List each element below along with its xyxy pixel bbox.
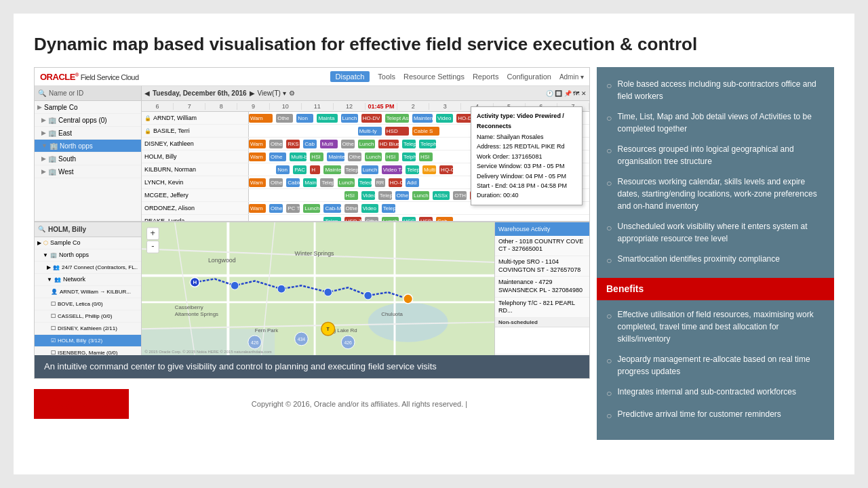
tree-item-south[interactable]: ▶ 🏢 South (35, 152, 141, 165)
map-item-isenberg[interactable]: ☐ ISENBERG, Mamie (0/0) (35, 347, 141, 356)
map-main[interactable]: H 426 434 426 (142, 222, 494, 356)
bar-basile-2[interactable]: HSD (385, 127, 409, 136)
nav-resource-settings[interactable]: Resource Settings (403, 73, 465, 81)
bar-lynch-3[interactable]: Cable (286, 178, 300, 187)
map-item-247[interactable]: ▶ 👥 24/7 Connect (Contractors, FL.. (35, 262, 141, 274)
bar-ordonez-6[interactable]: Othe (344, 204, 358, 213)
bar-lynch-2[interactable]: Othe (269, 178, 283, 187)
bar-peake-6[interactable]: HSD (419, 217, 433, 220)
bar-basile-1[interactable]: Multi-ty (358, 127, 382, 136)
map-item-network[interactable]: ▼ 👥 Network (35, 274, 141, 286)
tree-item-west[interactable]: ▶ 🏢 West (35, 165, 141, 178)
bar-lynch-9[interactable]: HO-OV (389, 178, 402, 187)
bar-ordonez-8[interactable]: Telep (382, 204, 395, 213)
bar-mcgee-4[interactable]: Othe (395, 191, 409, 200)
bar-holm-10[interactable]: HSI (419, 152, 433, 161)
bar-kilburn-8[interactable]: Telep (406, 165, 419, 174)
nav-reports[interactable]: Reports (473, 73, 499, 81)
bar-ordonez-2[interactable]: Othe (269, 204, 283, 213)
bar-ordonez-4[interactable]: Lunch b (303, 204, 320, 213)
bar-peake-2[interactable]: HSD-To (344, 217, 361, 220)
bar-disney-9[interactable]: Telep (402, 140, 416, 148)
bar-peake-7[interactable]: Cab (436, 217, 453, 220)
tree-item-northopps[interactable]: ▼ 🏢 North opps (35, 140, 141, 152)
bar-lynch-10[interactable]: Add (406, 178, 419, 187)
tree-item-sampleco[interactable]: ▶ Sample Co (35, 101, 141, 114)
bar-disney-4[interactable]: Cab (303, 140, 317, 148)
bar-disney-8[interactable]: HD Bluet (378, 140, 399, 148)
bar-mcgee-1[interactable]: HSI (344, 191, 358, 200)
bar-holm-4[interactable]: HSI (310, 152, 323, 161)
bar-disney-7[interactable]: Lunch b (358, 140, 375, 148)
map-item-holm[interactable]: ☑ HOLM, Billy (3/12) (35, 335, 141, 347)
bar-kilburn-5[interactable]: Telep (344, 165, 358, 174)
bar-mcgee-7[interactable]: OTH (453, 191, 467, 200)
bar-basile-3[interactable]: Cable S (412, 127, 439, 136)
bar-peake-4[interactable]: Lunch b (382, 217, 399, 220)
map-item-bove[interactable]: ☐ BOVE, Letica (0/0) (35, 298, 141, 310)
bar-ordonez-7[interactable]: Video (361, 204, 378, 213)
bar-arndt-3[interactable]: Non (296, 114, 313, 123)
tree-item-east[interactable]: ▶ 🏢 East (35, 127, 141, 140)
bar-lynch-8[interactable]: RR C (375, 178, 385, 187)
map-item-arndt[interactable]: 👤 ARNDT, William → KILBUR... (35, 286, 141, 298)
bar-disney-10[interactable]: Teleph (419, 140, 436, 148)
bar-lynch-7[interactable]: Teled (358, 178, 372, 187)
bar-holm-7[interactable]: Lunch b (365, 152, 382, 161)
nav-tools[interactable]: Tools (378, 73, 395, 81)
bar-holm-9[interactable]: Telpht (402, 152, 416, 161)
bar-lynch-5[interactable]: Telep (320, 178, 334, 187)
map-item-sampleco[interactable]: ▶ ⬡ Sample Co (35, 237, 141, 249)
bar-arndt-4[interactable]: Mainta (317, 114, 337, 123)
bar-kilburn-9[interactable]: Multi (422, 165, 436, 174)
settings-icon[interactable]: ⚙ (289, 89, 295, 97)
bar-kilburn-1[interactable]: Non (276, 165, 290, 174)
prev-btn[interactable]: ◀ (144, 89, 150, 97)
bar-kilburn-3[interactable]: H (310, 165, 320, 174)
next-btn[interactable]: ▶ (250, 89, 255, 97)
map-item-disney[interactable]: ☐ DISNEY, Kathleen (2/11) (35, 323, 141, 335)
bar-arndt-2[interactable]: Othe (276, 114, 293, 123)
bar-holm-1[interactable]: Warn (249, 152, 266, 161)
bar-disney-3[interactable]: RKS (286, 140, 300, 148)
bar-peake-3[interactable]: Othe (365, 217, 378, 220)
bar-disney-1[interactable]: Warn (249, 140, 266, 148)
bar-disney-2[interactable]: Othe (269, 140, 283, 148)
peake-timeline[interactable]: Telep HSD-To Othe Lunch b HSC HSD Cab (249, 215, 589, 220)
bar-disney-5[interactable]: Multi (320, 140, 337, 148)
bar-peake-1[interactable]: Telep (323, 217, 340, 220)
bar-arndt-8[interactable]: Mainten (412, 114, 433, 123)
bar-holm-2[interactable]: Othe (269, 152, 286, 161)
map-item-cassell[interactable]: ☐ CASSELL, Phillip (0/0) (35, 310, 141, 323)
bar-arndt-6[interactable]: HO-DV (361, 114, 382, 123)
bar-lynch-1[interactable]: Warn (249, 178, 266, 187)
bar-ordonez-1[interactable]: Warn (249, 204, 266, 213)
bar-holm-6[interactable]: Othe (348, 152, 361, 161)
view-btn[interactable]: View(T) ▾ (258, 89, 286, 97)
bar-arndt-7[interactable]: Telept Assestng (385, 114, 409, 123)
bar-mcgee-3[interactable]: Telep (378, 191, 392, 200)
bar-ordonez-5[interactable]: Cab-Multi (323, 204, 340, 213)
map-item-northopps[interactable]: ▼ 🏢 North opps (35, 249, 141, 262)
bar-kilburn-7[interactable]: Video T/C (382, 165, 402, 174)
bar-kilburn-4[interactable]: Mainte (323, 165, 340, 174)
bar-arndt-9[interactable]: Video (436, 114, 453, 123)
tree-item-centralopps[interactable]: ▶ 🏢 Central opps (0) (35, 114, 141, 127)
bar-peake-5[interactable]: HSC (402, 217, 416, 220)
bar-mcgee-5[interactable]: Lunch b (412, 191, 429, 200)
bar-mcgee-2[interactable]: Video (361, 191, 375, 200)
bar-mcgee-6[interactable]: ASSx (433, 191, 450, 200)
nav-configuration[interactable]: Configuration (507, 73, 551, 81)
bar-ordonez-3[interactable]: PC T. (286, 204, 300, 213)
bar-lynch-6[interactable]: Lunch b (338, 178, 355, 187)
bar-holm-5[interactable]: Mainte (327, 152, 344, 161)
bar-kilburn-6[interactable]: Lunch b (361, 165, 378, 174)
bar-arndt-1[interactable]: Warn (249, 114, 273, 123)
bar-arndt-5[interactable]: Lunch b (341, 114, 358, 123)
bar-disney-6[interactable]: Othe (341, 140, 355, 148)
bar-kilburn-10[interactable]: HQ-Ch (439, 165, 453, 174)
bar-holm-8[interactable]: HSI (385, 152, 399, 161)
nav-dispatch[interactable]: Dispatch (330, 71, 370, 82)
bar-holm-3[interactable]: Multi-b (290, 152, 307, 161)
bar-kilburn-2[interactable]: PAC (293, 165, 307, 174)
